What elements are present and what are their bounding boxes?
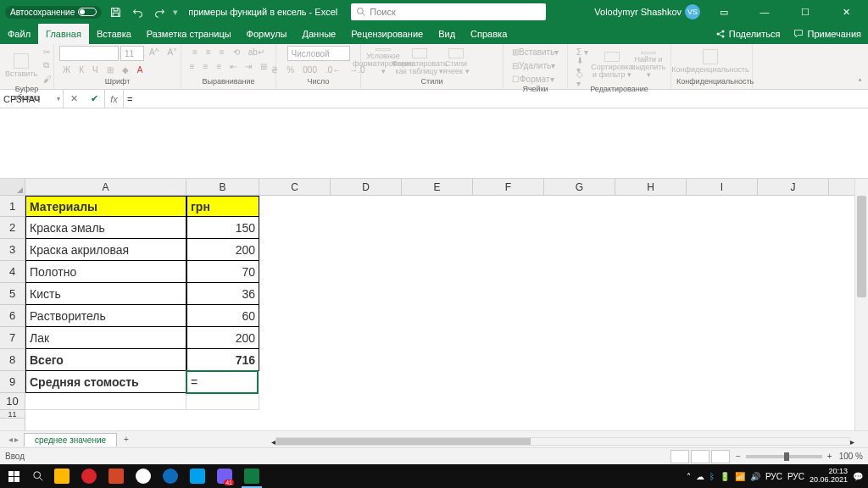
start-button[interactable] — [0, 471, 27, 482]
tab-help[interactable]: Справка — [463, 24, 515, 44]
search-box[interactable]: Поиск — [351, 3, 546, 20]
percent-icon[interactable]: % — [283, 64, 298, 75]
col-header[interactable]: G — [544, 179, 615, 195]
row-header[interactable]: 3 — [0, 239, 25, 261]
taskbar-app[interactable] — [131, 464, 156, 488]
cell[interactable] — [25, 393, 186, 410]
cell[interactable]: Растворитель — [25, 305, 186, 327]
row-header[interactable]: 11 — [0, 410, 25, 419]
cell[interactable]: Полотно — [25, 261, 186, 283]
taskbar-app[interactable] — [239, 464, 264, 488]
cell[interactable]: 200 — [186, 327, 259, 349]
number-format[interactable]: Числовой — [287, 46, 350, 61]
tab-insert[interactable]: Вставка — [89, 24, 139, 44]
row-header[interactable]: 8 — [0, 349, 25, 371]
cell[interactable]: Лак — [25, 327, 186, 349]
tab-formulas[interactable]: Формулы — [239, 24, 295, 44]
cancel-formula-icon[interactable]: ✕ — [64, 93, 84, 104]
col-header[interactable]: E — [402, 179, 473, 195]
share-button[interactable]: Поделиться — [709, 24, 787, 44]
active-cell[interactable]: = — [186, 370, 259, 394]
taskbar-app[interactable] — [76, 464, 102, 488]
fx-icon[interactable]: fx — [105, 90, 124, 108]
format-as-table[interactable]: Форматироватькак таблицу ▾ — [403, 48, 437, 75]
row-header[interactable]: 5 — [0, 283, 25, 305]
add-sheet-button[interactable]: + — [117, 435, 136, 444]
cell[interactable]: Всего — [25, 349, 186, 371]
zoom-in-icon[interactable]: + — [827, 452, 832, 461]
taskbar-app[interactable]: 41 — [212, 464, 237, 488]
taskbar-search-icon[interactable] — [27, 464, 49, 488]
font-name[interactable] — [59, 46, 119, 61]
horizontal-scrollbar[interactable]: ◂▸ — [271, 435, 854, 447]
name-box[interactable]: СРЗНАЧ — [0, 90, 64, 108]
minimize-icon[interactable]: — — [748, 0, 782, 24]
onedrive-icon[interactable]: ☁ — [696, 472, 704, 481]
col-header[interactable]: B — [186, 179, 259, 195]
taskbar-app[interactable] — [158, 464, 183, 488]
align-top-icon[interactable]: ≡ — [189, 46, 201, 58]
row-header[interactable]: 1 — [0, 196, 25, 217]
row-header[interactable]: 9 — [0, 371, 25, 393]
wifi-icon[interactable]: 📶 — [735, 472, 745, 481]
zoom-slider[interactable] — [746, 455, 822, 458]
select-all-corner[interactable] — [0, 179, 25, 196]
copy-icon[interactable]: ⧉ — [40, 59, 55, 71]
collapse-ribbon-icon[interactable]: ˄ — [851, 44, 868, 89]
formula-input[interactable]: = — [124, 90, 868, 108]
col-header[interactable]: H — [615, 179, 687, 195]
cell[interactable]: Краска эмаль — [25, 217, 186, 239]
tab-home[interactable]: Главная — [38, 24, 89, 44]
vertical-scrollbar[interactable] — [854, 179, 868, 430]
user-account[interactable]: Volodymyr Shashkov VS — [594, 4, 700, 19]
format-cells[interactable]: ☐ Формат ▾ — [509, 73, 558, 85]
col-header[interactable]: J — [758, 179, 829, 195]
cell[interactable]: 60 — [186, 305, 259, 327]
language-indicator[interactable]: РУС — [765, 472, 782, 481]
enter-formula-icon[interactable]: ✔ — [84, 93, 104, 104]
comments-button[interactable]: Примечания — [787, 24, 868, 44]
keyboard-layout[interactable]: РУС — [787, 472, 804, 481]
cell[interactable]: 70 — [186, 261, 259, 283]
close-icon[interactable]: ✕ — [829, 0, 863, 24]
undo-icon[interactable] — [129, 3, 146, 20]
find-select[interactable]: Найти ивыделить ▾ — [632, 52, 665, 79]
tab-review[interactable]: Рецензирование — [343, 24, 431, 44]
notifications-icon[interactable]: 💬 — [853, 472, 863, 481]
redo-icon[interactable] — [151, 3, 168, 20]
cell[interactable]: Средняя стомость — [25, 371, 186, 393]
font-size[interactable]: 11 — [120, 46, 144, 61]
autosave-toggle[interactable]: Автосохранение — [5, 6, 102, 19]
sensitivity[interactable]: Конфиденциальность — [676, 48, 744, 75]
col-header[interactable]: C — [259, 179, 331, 195]
bluetooth-icon[interactable]: ᛒ — [709, 472, 715, 481]
sheet-next-icon[interactable]: ▸ — [14, 435, 19, 444]
delete-cells[interactable]: ⊟ Удалить ▾ — [509, 59, 559, 71]
zoom-level[interactable]: 100 % — [839, 452, 863, 461]
tab-view[interactable]: Вид — [431, 24, 463, 44]
save-icon[interactable] — [107, 3, 124, 20]
col-header[interactable]: F — [473, 179, 544, 195]
cell[interactable]: Краска акриловая — [25, 239, 186, 261]
cell[interactable]: 36 — [186, 283, 259, 305]
sort-filter[interactable]: Сортировкаи фильтр ▾ — [595, 52, 629, 79]
row-header[interactable]: 7 — [0, 327, 25, 349]
col-header[interactable]: I — [687, 179, 758, 195]
row-header[interactable]: 10 — [0, 393, 25, 410]
page-break-view-icon[interactable] — [711, 450, 730, 463]
sheet-tab[interactable]: среднее значение — [24, 433, 117, 446]
tray-expand-icon[interactable]: ˄ — [687, 472, 691, 481]
col-header[interactable]: A — [25, 179, 186, 195]
tab-layout[interactable]: Разметка страницы — [139, 24, 239, 44]
taskbar-app[interactable] — [49, 464, 75, 488]
ribbon-display-icon[interactable]: ▭ — [707, 0, 741, 24]
cut-icon[interactable]: ✂ — [40, 46, 55, 58]
clock[interactable]: 20:1320.06.2021 — [810, 468, 848, 485]
cell[interactable]: грн — [186, 196, 259, 217]
cell[interactable]: 200 — [186, 239, 259, 261]
cell[interactable]: Кисть — [25, 283, 186, 305]
cell-styles[interactable]: Стилиячеек ▾ — [439, 48, 473, 75]
cell[interactable]: 716 — [186, 349, 259, 371]
cell[interactable] — [186, 393, 259, 410]
cell[interactable]: Материалы — [25, 196, 186, 217]
